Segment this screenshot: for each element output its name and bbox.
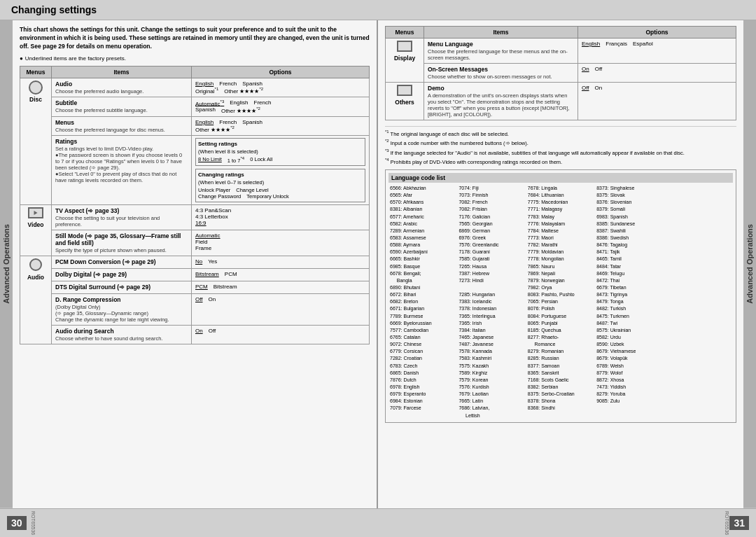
disc-menus-row: Menus Choose the preferred language for … xyxy=(20,116,370,135)
footer-right: ROT65536 31 xyxy=(378,509,756,537)
display-menu-label: Display xyxy=(394,55,415,62)
audio-options-cell: English French Spanish Original*1 Other … xyxy=(192,78,370,97)
dolby-item-name: Dolby Digital (➾ page 29) xyxy=(55,271,188,278)
menulang-item-cell: Menu Language Choose the preferred langu… xyxy=(424,39,578,64)
drange-on: On xyxy=(209,296,216,302)
disc-icon xyxy=(29,81,43,95)
drange-options-cell: Off On xyxy=(192,294,370,326)
disc-audio-row: Disc Audio Choose the preferred audio la… xyxy=(20,78,370,97)
pcm-no: No xyxy=(195,258,202,265)
audio-opt-other: Other ★★★★*2 xyxy=(224,87,263,95)
audio-item-name: Audio xyxy=(55,81,188,88)
drange-item-desc3: Change the dynamic range for late night … xyxy=(55,316,169,323)
col-options: Options xyxy=(192,66,370,78)
drange-item-desc: (Dolby Digital Only) xyxy=(55,304,101,310)
ratings-item-name: Ratings xyxy=(55,138,188,145)
ratings-item-desc: Set a ratings level to limit DVD-Video p… xyxy=(55,146,153,152)
audio-item-cell: Audio Choose the preferred audio languag… xyxy=(52,78,192,97)
tvaspect-item-cell: TV Aspect (➾ page 33) Choose the setting… xyxy=(52,205,192,230)
dts-bitstream: Bitstream xyxy=(214,284,237,290)
menus-item-name: Menus xyxy=(55,119,188,126)
footnote-1: *1 The original language of each disc wi… xyxy=(385,130,736,137)
lang-col-2: 7074: Fiji 7073: Finnish 7082: French 70… xyxy=(457,185,526,419)
drange-item-desc2: (➾ page 35, Glossary—Dynamic range) xyxy=(55,310,148,316)
cr-temp-unlock: Temporary Unlock xyxy=(246,193,288,200)
footnotes-section: *1 The original language of each disc wi… xyxy=(385,126,736,165)
menulang-item-name: Menu Language xyxy=(428,41,574,48)
drange-item-name: D. Range Compression xyxy=(55,296,188,303)
dolby-bitstream: Bitstream xyxy=(195,271,219,277)
col-menus: Menus xyxy=(20,66,52,78)
page-footer: 30 ROT65536 ROT65536 31 xyxy=(0,508,756,537)
disc-subtitle-row: Subtitle Choose the preferred subtitle l… xyxy=(20,97,370,116)
page-num-right: 31 xyxy=(729,516,749,530)
left-settings-table: Menus Items Options Disc xyxy=(20,66,370,345)
footnote-4: *4 Prohibits play of DVD-Video with corr… xyxy=(385,158,736,165)
display-icon xyxy=(397,41,412,52)
onscreen-off: Off xyxy=(595,66,603,72)
menulang-options-cell: English Français Español xyxy=(578,39,736,64)
cr-unlock: Unlock Player xyxy=(198,187,230,193)
cr-change-level: Change Level xyxy=(236,187,268,193)
subtitle-options-cell: Automatic*3 English French Spanish Other… xyxy=(192,97,370,116)
audio-opt-french: French xyxy=(219,81,237,87)
lang-col-4: 8373: Singhalese 8375: Slovak 8376: Slov… xyxy=(595,185,664,419)
onscreen-on: On xyxy=(582,66,589,72)
onscreen-item-desc: Choose whether to show on-screen message… xyxy=(428,74,552,80)
dolby-pcm: PCM xyxy=(225,271,237,277)
video-tvaspect-row: Video TV Aspect (➾ page 33) Choose the s… xyxy=(20,205,370,230)
subtitle-opt-spanish: Spanish xyxy=(195,106,216,114)
stillmode-item-desc: Specify the type of picture shown when p… xyxy=(55,247,167,253)
menus-opt-french: French xyxy=(219,119,237,125)
tvaspect-item-name: TV Aspect (➾ page 33) xyxy=(55,207,188,214)
subtitle-opt-other: Other ★★★★*2 xyxy=(221,106,260,114)
lang-col-3: 7678: Lingala 7684: Lithuanian 7775: Mac… xyxy=(526,185,595,419)
demo-item-cell: Demo A demonstration of the unit's on-sc… xyxy=(424,83,578,120)
onscreen-options-cell: On Off xyxy=(578,64,736,83)
asearch-item-desc: Choose whether to have sound during sear… xyxy=(55,335,162,342)
dts-pcm: PCM xyxy=(195,284,208,290)
menulang-espanol: Español xyxy=(633,41,653,47)
menus-opt-other: Other ★★★★*2 xyxy=(195,125,234,133)
audio-opt-original: Original*1 xyxy=(195,87,218,95)
footer-left: 30 ROT65536 xyxy=(0,509,378,537)
subtitle-item-name: Subtitle xyxy=(55,99,188,106)
page-title: Changing settings xyxy=(11,4,97,15)
stillmode-options-cell: Automatic Field Frame xyxy=(192,230,370,256)
demo-off: Off xyxy=(582,85,589,91)
video-label: Video xyxy=(28,221,44,228)
menus-item-desc: Choose the preferred language for disc m… xyxy=(55,127,165,133)
audio-menu-label: Audio xyxy=(27,274,44,281)
audio-pcm-row: Audio PCM Down Conversion (➾ page 29) No… xyxy=(20,256,370,269)
col-items: Items xyxy=(52,66,192,78)
audio-dolby-row: Dolby Digital (➾ page 29) Bitstream PCM xyxy=(20,269,370,281)
asearch-item-name: Audio during Search xyxy=(55,328,188,335)
demo-item-desc: A demonstration of the unit's on-screen … xyxy=(428,92,570,118)
footnote-3: *3 If the language selected for "Audio" … xyxy=(385,148,736,156)
audio-opt-english: English xyxy=(195,81,214,87)
disc-label: Disc xyxy=(29,96,42,103)
audio-speaker-icon xyxy=(29,258,42,271)
r-col-options: Options xyxy=(578,27,736,39)
audio-drange-row: D. Range Compression (Dolby Digital Only… xyxy=(20,294,370,326)
menulang-francais: Français xyxy=(606,41,627,47)
subtitle-opt-auto: Automatic*3 xyxy=(195,99,224,107)
sr-8no: 8 No Limit xyxy=(198,156,222,164)
asearch-options-cell: On Off xyxy=(192,326,370,344)
subtitle-item-cell: Subtitle Choose the preferred subtitle l… xyxy=(52,97,192,116)
audio-dts-row: DTS Digital Surround (➾ page 29) PCM Bit… xyxy=(20,281,370,294)
ratings-desc2: ●The password screen is shown if you cho… xyxy=(55,152,182,171)
pcm-item-name: PCM Down Conversion (➾ page 29) xyxy=(55,258,188,265)
lang-col-1: 6566: Abkhazian 6565: Afar 6570: Afrikaa… xyxy=(388,185,457,419)
tvaspect-item-desc: Choose the setting to suit your televisi… xyxy=(55,215,160,228)
onscreen-item-name: On-Screen Messages xyxy=(428,66,574,73)
pcm-yes: Yes xyxy=(208,258,217,265)
advanced-operations-label-right: Advanced Operations xyxy=(743,20,756,508)
right-settings-table: Menus Items Options Display xyxy=(385,26,736,120)
setting-ratings-title: Setting ratings xyxy=(198,141,363,147)
cr-change-pw: Change Password xyxy=(198,193,241,200)
menus-item-cell: Menus Choose the preferred language for … xyxy=(52,116,192,135)
audio-item-desc: Choose the preferred audio language. xyxy=(55,88,144,95)
dts-item-cell: DTS Digital Surround (➾ page 29) xyxy=(52,281,192,294)
subtitle-item-desc: Choose the preferred subtitle language. xyxy=(55,107,148,113)
